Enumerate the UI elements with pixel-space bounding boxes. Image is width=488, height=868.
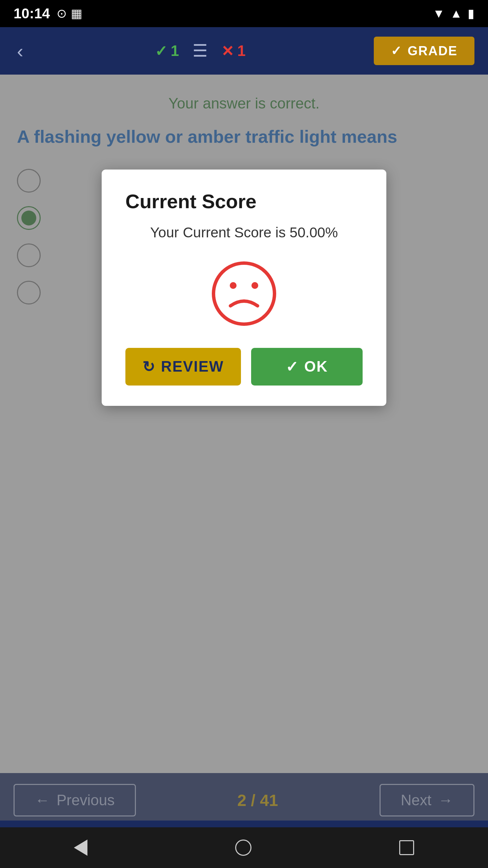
- recents-square-icon: [399, 840, 414, 855]
- grade-label: GRADE: [408, 44, 458, 58]
- back-button[interactable]: ‹: [14, 37, 27, 65]
- back-triangle-icon: [74, 840, 87, 856]
- nav-center: ✓ 1 ☰ ✕ 1: [155, 41, 246, 61]
- signal-icon: ▲: [450, 6, 462, 21]
- svg-point-0: [214, 263, 274, 324]
- status-icons-right: ▼ ▲ ▮: [433, 6, 474, 21]
- android-nav-bar: [0, 827, 488, 868]
- notification-icon: ⊙: [57, 6, 67, 21]
- android-recents-button[interactable]: [399, 840, 414, 855]
- modal-face-container: [125, 260, 363, 328]
- svg-point-2: [251, 282, 258, 289]
- sad-face-icon: [210, 260, 278, 328]
- android-home-button[interactable]: [235, 840, 251, 856]
- ok-checkmark-icon: ✓: [286, 358, 299, 375]
- correct-count: ✓ 1: [155, 42, 179, 60]
- checkmark-icon: ✓: [155, 42, 167, 60]
- cross-icon: ✕: [221, 42, 234, 60]
- status-time: 10:14: [14, 5, 50, 22]
- status-icons-left: ⊙ ▦: [57, 6, 82, 21]
- modal-score-text: Your Current Score is 50.00%: [125, 223, 363, 243]
- modal-title: Current Score: [125, 190, 257, 213]
- correct-number: 1: [171, 42, 179, 59]
- android-back-button[interactable]: [74, 840, 87, 856]
- modal-box: Current Score Your Current Score is 50.0…: [102, 170, 386, 406]
- modal-overlay: Current Score Your Current Score is 50.0…: [0, 75, 488, 821]
- main-content: Your answer is correct. A flashing yello…: [0, 75, 488, 821]
- modal-buttons: ↻ REVIEW ✓ OK: [125, 348, 363, 386]
- incorrect-number: 1: [237, 42, 245, 59]
- review-button[interactable]: ↻ REVIEW: [125, 348, 241, 386]
- grade-checkmark-icon: ✓: [391, 43, 402, 58]
- wifi-icon: ▼: [433, 6, 445, 21]
- svg-point-1: [230, 282, 237, 289]
- ok-label: OK: [304, 358, 328, 375]
- menu-icon[interactable]: ☰: [192, 41, 208, 61]
- battery-icon: ▮: [468, 6, 474, 21]
- incorrect-count: ✕ 1: [221, 42, 245, 60]
- review-icon: ↻: [142, 358, 156, 375]
- sim-icon: ▦: [71, 6, 82, 21]
- status-bar-left: 10:14 ⊙ ▦: [14, 5, 82, 22]
- review-label: REVIEW: [161, 358, 224, 375]
- grade-button[interactable]: ✓ GRADE: [374, 37, 474, 65]
- home-circle-icon: [235, 840, 251, 856]
- ok-button[interactable]: ✓ OK: [251, 348, 363, 386]
- status-bar: 10:14 ⊙ ▦ ▼ ▲ ▮: [0, 0, 488, 27]
- top-nav: ‹ ✓ 1 ☰ ✕ 1 ✓ GRADE: [0, 27, 488, 75]
